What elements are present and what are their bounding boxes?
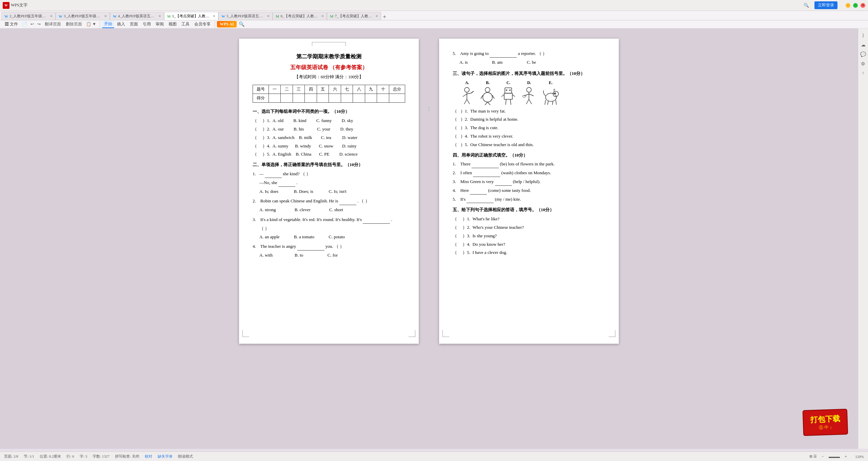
status-zoom-bar[interactable]: ▬▬▬ xyxy=(829,455,840,459)
maximize-button[interactable]: □ xyxy=(853,3,858,8)
tab-close-3[interactable]: ✕ xyxy=(158,14,161,18)
q2-5-opt-b: B. am xyxy=(492,60,502,65)
q1-5-d: D. science xyxy=(339,152,358,157)
table-header-6: 六 xyxy=(329,85,341,94)
q2-1-answer: —No, she . xyxy=(259,179,405,187)
tab-start[interactable]: 开始 xyxy=(102,20,114,28)
search-icon[interactable]: 🔍 xyxy=(804,3,809,8)
tab-label-6: 6_【考点突破】人教PEP版英语五年... xyxy=(280,14,319,19)
q2-4-num: 4. The teacher is angry xyxy=(253,244,297,249)
table-header-5: 五 xyxy=(317,85,329,94)
q5-3-paren: （ ）3. Is she young? xyxy=(453,233,497,238)
q2-1-num: 1. — xyxy=(253,171,265,176)
sidebar-icon-2[interactable]: ☁ xyxy=(860,41,867,48)
toolbar-menu-edit[interactable]: 📄 xyxy=(21,21,28,27)
status-zoom-out[interactable]: － xyxy=(821,454,825,459)
q4-4: 4. Here (come) some tasty food. xyxy=(453,187,605,195)
tab-page[interactable]: 页面 xyxy=(128,21,140,28)
tab-close-2[interactable]: ✕ xyxy=(104,14,107,18)
page-subtitle-left: 五年级英语试卷 （有参考答案） xyxy=(253,63,405,72)
q1-2-paren: （ xyxy=(253,126,257,132)
toolbar-menu-icons[interactable]: ↩ xyxy=(29,21,35,27)
img-label-c: C. xyxy=(507,80,511,86)
tab-icon-3: W xyxy=(113,14,117,18)
tab-icon-4: M xyxy=(167,14,171,18)
img-label-b: B. xyxy=(486,80,490,86)
q4-3-num: 3. Miss Green is very xyxy=(453,179,495,184)
q4-3-blank xyxy=(495,178,512,186)
wps-ai-button[interactable]: WPS AI xyxy=(217,21,237,27)
tab-3[interactable]: W 4_人教PEP版英语五年级上册期末真题... ✕ xyxy=(110,12,164,20)
tab-4-active[interactable]: M 1_【考点突破】人教PEP版五年级上册... ✕ xyxy=(164,12,218,20)
q2-1-ans-text: —No, she xyxy=(259,180,278,185)
table-header-2: 二 xyxy=(281,85,293,94)
tab-close-4[interactable]: ✕ xyxy=(213,14,215,18)
toolbar-divider-2 xyxy=(215,21,215,28)
status-view-icons[interactable]: ⊞ ☰ xyxy=(809,454,817,459)
search-toolbar-icon[interactable]: 🔍 xyxy=(237,21,246,28)
toolbar-menu-delete[interactable]: 删除页面 xyxy=(64,21,84,28)
q3-3-paren: （ ）3. The dog is cute. xyxy=(453,125,498,130)
tab-label-3: 4_人教PEP版英语五年级上册期末真题... xyxy=(118,14,156,19)
page-corner-br xyxy=(409,330,415,337)
close-button[interactable]: ✕ xyxy=(861,3,865,8)
toolbar-menu-translate[interactable]: 翻译页面 xyxy=(43,21,63,28)
q5-5: （ ）5. I have a clever dog. xyxy=(453,249,605,256)
tab-label-7: 7_【考点突破】人教PEP版英语五年... xyxy=(335,14,373,19)
q2-5-question: 5. Amy is going to a reporter. （ ） xyxy=(453,50,605,58)
q1-2-line: （ ）2. A. our B. his C. your D. they xyxy=(253,126,405,133)
sidebar-icon-1[interactable]: ⟩ xyxy=(860,32,867,39)
download-button[interactable]: 打包下载 ⑤ 中 ↓ xyxy=(803,409,848,436)
tab-2[interactable]: W 3_人教PEP版五年级英语上册期末测... ✕ xyxy=(56,12,110,20)
tab-5[interactable]: W 5_人教PEP版英语五年级上册期末综合... ✕ xyxy=(218,12,273,20)
status-missing-font[interactable]: 缺失字体 xyxy=(158,454,173,459)
tab-1[interactable]: W 2_人教PEP版五年级英语上册期末测... ✕ xyxy=(1,12,56,20)
sidebar-icon-3[interactable]: 💬 xyxy=(860,51,867,58)
q1-4-d: D. rainy xyxy=(342,143,357,148)
table-header-num: 题号 xyxy=(253,85,269,94)
q2-4-opt-c: C. for xyxy=(328,253,338,258)
tab-label-4: 1_【考点突破】人教PEP版五年级上册... xyxy=(172,14,211,19)
tab-close-5[interactable]: ✕ xyxy=(267,14,270,18)
tab-close-7[interactable]: ✕ xyxy=(375,14,378,18)
svg-point-8 xyxy=(483,93,492,102)
toolbar-menu-more[interactable]: 📋 ▼ xyxy=(85,21,98,27)
status-position: 位置: 8.2厘米 xyxy=(40,454,61,459)
tab-tools[interactable]: 工具 xyxy=(179,21,192,28)
toolbar-menu-icons2[interactable]: ↪ xyxy=(36,21,42,27)
tab-7[interactable]: M 7_【考点突破】人教PEP版英语五年... ✕ xyxy=(327,12,381,20)
tab-member[interactable]: 会员专享 xyxy=(192,21,213,28)
new-tab-button[interactable]: ＋ xyxy=(381,13,388,20)
table-score-1 xyxy=(269,94,281,103)
table-header-10: 十 xyxy=(377,85,389,94)
tab-review[interactable]: 审阅 xyxy=(154,21,166,28)
toolbar-divider-1 xyxy=(100,21,100,28)
minimize-button[interactable]: － xyxy=(846,3,850,8)
q2-5-text: a reporter. （ ） xyxy=(518,51,547,56)
tab-reference[interactable]: 引用 xyxy=(141,21,153,28)
svg-point-0 xyxy=(465,87,469,92)
q1-paren-open: （ xyxy=(253,118,257,123)
window-controls[interactable]: 🔍 立即登录 － □ ✕ xyxy=(804,1,865,9)
status-zoom-in[interactable]: ＋ xyxy=(844,454,848,459)
img-label-e: E. xyxy=(549,80,552,86)
tab-insert[interactable]: 插入 xyxy=(115,21,127,28)
status-proofread[interactable]: 校对 xyxy=(145,454,152,459)
sidebar-icon-4[interactable]: ⚙ xyxy=(860,60,867,67)
tab-view[interactable]: 视图 xyxy=(166,21,179,28)
login-button[interactable]: 立即登录 xyxy=(814,1,837,9)
toolbar-menu-file[interactable]: ☰ 文件 xyxy=(3,21,20,28)
status-spell: 拼写检查: 关闭 xyxy=(115,454,139,459)
table-header-7: 七 xyxy=(341,85,353,94)
status-reading-mode[interactable]: 朗读模式 xyxy=(178,454,193,459)
tab-close-1[interactable]: ✕ xyxy=(50,14,53,18)
sidebar-icon-5[interactable]: ↑ xyxy=(860,70,867,77)
tab-close-6[interactable]: ✕ xyxy=(321,14,324,18)
q2-1-opt-a: A. Is; does xyxy=(259,189,278,194)
section4-title: 四、用单词的正确形式填空。（10分） xyxy=(453,152,605,159)
q2-3-opt-c: C. potato xyxy=(329,234,345,239)
q2-3-paren: （ ） xyxy=(259,225,405,232)
q4-1: 1. There (be) lots of flowers in the par… xyxy=(453,161,605,168)
q4-1-text: (be) lots of flowers in the park. xyxy=(500,161,554,166)
tab-6[interactable]: M 6_【考点突破】人教PEP版英语五年... ✕ xyxy=(273,12,327,20)
